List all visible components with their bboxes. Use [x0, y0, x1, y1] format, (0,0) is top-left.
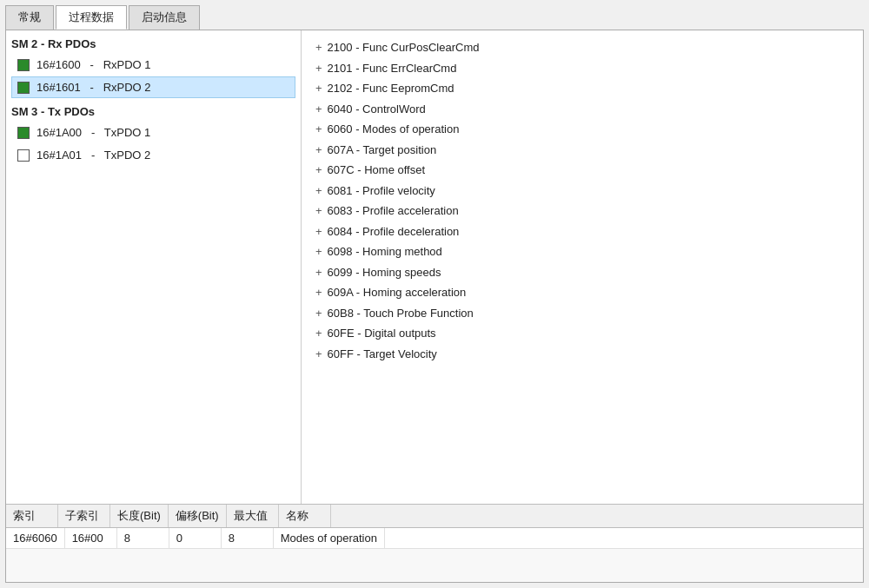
- td-index: 16#6060: [6, 528, 65, 548]
- tree-item-text: 2101 - Func ErrClearCmd: [328, 60, 457, 77]
- tab-normal[interactable]: 常规: [5, 5, 54, 30]
- tree-item[interactable]: +2100 - Func CurPosClearCmd: [315, 37, 849, 58]
- tree-item-text: 6084 - Profile deceleration: [328, 223, 460, 241]
- tree-item[interactable]: +2101 - Func ErrClearCmd: [315, 58, 849, 79]
- tree-item-text: 60FE - Digital outputs: [328, 325, 436, 342]
- tree-item-text: 6083 - Profile acceleration: [328, 202, 459, 220]
- tree-plus-icon: +: [315, 162, 322, 179]
- tree-item[interactable]: +60B8 - Touch Probe Function: [315, 303, 849, 324]
- td-length: 8: [117, 528, 169, 548]
- tree-plus-icon: +: [315, 182, 322, 200]
- tree-item-text: 6060 - Modes of operation: [328, 121, 460, 138]
- txpdo2-label: 16#1A01 - TxPDO 2: [36, 149, 150, 162]
- tree-item[interactable]: +6060 - Modes of operation: [315, 119, 849, 140]
- tree-plus-icon: +: [315, 39, 322, 56]
- th-subindex: 子索引: [58, 505, 110, 527]
- rxpdo2-color-box: [17, 82, 30, 94]
- tree-plus-icon: +: [315, 284, 322, 301]
- tree-item-text: 2102 - Func EepromCmd: [328, 80, 454, 97]
- tree-item-text: 607C - Home offset: [328, 162, 425, 179]
- tree-item[interactable]: +60FE - Digital outputs: [315, 323, 849, 344]
- table-row: 16#6060 16#00 8 0 8 Modes of operation: [6, 528, 863, 549]
- th-maxval: 最大值: [227, 505, 279, 527]
- tree-item[interactable]: +6099 - Homing speeds: [315, 262, 849, 283]
- txpdo1-color-box: [17, 127, 30, 139]
- tree-plus-icon: +: [315, 202, 322, 220]
- tree-plus-icon: +: [315, 142, 322, 159]
- tree-plus-icon: +: [315, 60, 322, 77]
- tab-process[interactable]: 过程数据: [56, 5, 127, 30]
- tree-item[interactable]: +6084 - Profile deceleration: [315, 221, 849, 242]
- tree-plus-icon: +: [315, 80, 322, 97]
- tree-item-text: 6099 - Homing speeds: [328, 264, 441, 281]
- tree-plus-icon: +: [315, 325, 322, 342]
- tree-item[interactable]: +607A - Target position: [315, 140, 849, 161]
- th-offset: 偏移(Bit): [169, 505, 227, 527]
- tree-item[interactable]: +607C - Home offset: [315, 160, 849, 181]
- txpdo1-item[interactable]: 16#1A00 - TxPDO 1: [11, 122, 295, 143]
- table-rows-container: 16#6060 16#00 8 0 8 Modes of operation: [6, 528, 863, 549]
- tree-plus-icon: +: [315, 223, 322, 241]
- txpdo2-color-box: [17, 149, 30, 162]
- tree-plus-icon: +: [315, 264, 322, 281]
- tree-item[interactable]: +2102 - Func EepromCmd: [315, 78, 849, 99]
- rxpdo1-label: 16#1600 - RxPDO 1: [36, 58, 151, 71]
- tab-startup[interactable]: 启动信息: [129, 5, 200, 30]
- tabs-bar: 常规 过程数据 启动信息: [5, 5, 864, 30]
- tree-item[interactable]: +609A - Homing acceleration: [315, 282, 849, 303]
- tree-plus-icon: +: [315, 305, 322, 322]
- rxpdo2-label: 16#1601 - RxPDO 2: [36, 81, 151, 94]
- td-subindex: 16#00: [65, 528, 117, 548]
- tree-item[interactable]: +60FF - Target Velocity: [315, 344, 849, 365]
- tree-item-text: 60FF - Target Velocity: [328, 346, 437, 363]
- td-name: Modes of operation: [274, 528, 385, 548]
- th-length: 长度(Bit): [110, 505, 169, 527]
- td-maxval: 8: [222, 528, 274, 548]
- td-offset: 0: [169, 528, 222, 548]
- tree-item[interactable]: +6098 - Homing method: [315, 241, 849, 262]
- tree-item[interactable]: +6081 - Profile velocity: [315, 181, 849, 202]
- txpdo1-label: 16#1A00 - TxPDO 1: [36, 126, 150, 139]
- tree-item[interactable]: +6040 - ControlWord: [315, 99, 849, 120]
- tree-item-text: 6098 - Homing method: [328, 243, 442, 261]
- th-index: 索引: [6, 505, 58, 527]
- tree-item-text: 60B8 - Touch Probe Function: [328, 305, 474, 322]
- tree-item-text: 607A - Target position: [328, 142, 437, 159]
- th-name: 名称: [279, 505, 331, 527]
- tree-item-text: 609A - Homing acceleration: [328, 284, 467, 301]
- tree-item[interactable]: +6083 - Profile acceleration: [315, 201, 849, 221]
- content-area: SM 2 - Rx PDOs 16#1600 - RxPDO 1 16#1601…: [5, 30, 864, 583]
- bottom-panel: 索引 子索引 长度(Bit) 偏移(Bit) 最大值 名称 16#6060 16…: [6, 504, 863, 582]
- tree-plus-icon: +: [315, 101, 322, 118]
- tree-item-text: 2100 - Func CurPosClearCmd: [328, 39, 480, 56]
- rxpdo1-item[interactable]: 16#1600 - RxPDO 1: [11, 54, 295, 76]
- rxpdo2-item[interactable]: 16#1601 - RxPDO 2: [11, 76, 295, 98]
- main-container: 常规 过程数据 启动信息 SM 2 - Rx PDOs 16#1600 - Rx…: [0, 0, 869, 588]
- tree-item-text: 6081 - Profile velocity: [328, 182, 435, 200]
- tree-plus-icon: +: [315, 243, 322, 261]
- sm2-title: SM 2 - Rx PDOs: [11, 37, 295, 50]
- txpdo2-item[interactable]: 16#1A01 - TxPDO 2: [11, 144, 295, 166]
- table-header: 索引 子索引 长度(Bit) 偏移(Bit) 最大值 名称: [6, 505, 863, 528]
- rxpdo1-color-box: [17, 59, 30, 71]
- sm3-title: SM 3 - Tx PDOs: [11, 105, 295, 118]
- right-pane: +2100 - Func CurPosClearCmd+2101 - Func …: [302, 30, 863, 504]
- tree-plus-icon: +: [315, 346, 322, 363]
- tree-item-text: 6040 - ControlWord: [328, 101, 426, 118]
- split-panel: SM 2 - Rx PDOs 16#1600 - RxPDO 1 16#1601…: [6, 30, 863, 504]
- tree-plus-icon: +: [315, 121, 322, 138]
- left-pane: SM 2 - Rx PDOs 16#1600 - RxPDO 1 16#1601…: [6, 30, 302, 504]
